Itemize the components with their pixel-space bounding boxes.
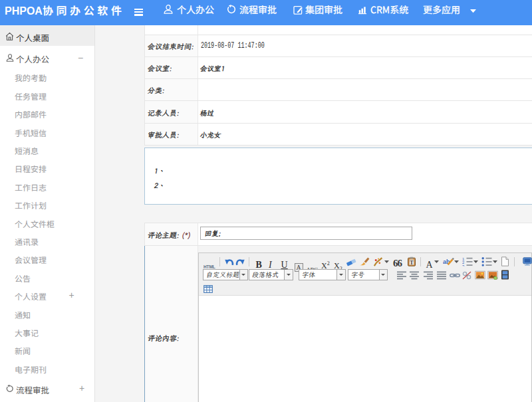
svg-text:T: T bbox=[410, 260, 414, 266]
svg-text:3: 3 bbox=[462, 264, 465, 267]
